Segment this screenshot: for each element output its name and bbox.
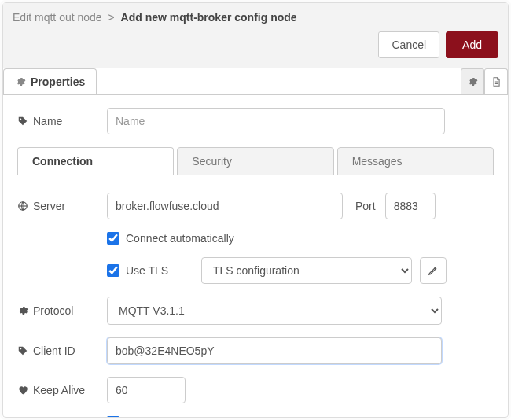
node-docs-button[interactable]	[484, 68, 508, 94]
gear-icon	[17, 305, 28, 316]
subtab-messages[interactable]: Messages	[337, 147, 494, 175]
gear-icon	[467, 76, 478, 87]
breadcrumb: Edit mqtt out node > Add new mqtt-broker…	[13, 9, 498, 24]
keepalive-input[interactable]	[107, 377, 186, 403]
label-port: Port	[355, 200, 376, 212]
use-tls-checkbox[interactable]	[107, 264, 119, 277]
port-input[interactable]	[385, 193, 436, 219]
label-clientid-text: Client ID	[33, 344, 75, 357]
tag-icon	[17, 116, 28, 127]
use-tls-checkbox-wrap[interactable]: Use TLS	[107, 264, 193, 277]
label-clientid: Client ID	[17, 344, 99, 357]
label-keepalive-text: Keep Alive	[33, 384, 85, 396]
label-protocol: Protocol	[17, 304, 99, 317]
label-name-text: Name	[33, 115, 62, 127]
pencil-icon	[428, 265, 439, 276]
row-connect-auto: Connect automatically	[17, 232, 494, 245]
node-settings-button[interactable]	[461, 68, 484, 94]
tls-config-select[interactable]: TLS configuration	[201, 257, 412, 284]
breadcrumb-current: Add new mqtt-broker config node	[121, 11, 297, 24]
clean-session-label: Use clean session	[126, 416, 215, 417]
main-tabs: Properties	[3, 68, 508, 95]
row-name: Name	[17, 108, 494, 134]
subtab-connection[interactable]: Connection	[17, 147, 174, 175]
label-session-text: Session	[33, 416, 72, 417]
tls-edit-button[interactable]	[420, 257, 447, 284]
row-keepalive: Keep Alive	[17, 377, 494, 403]
connect-auto-checkbox-wrap[interactable]: Connect automatically	[107, 232, 234, 245]
row-protocol: Protocol MQTT V3.1.1	[17, 297, 494, 325]
row-session: Session Use clean session	[17, 416, 494, 417]
row-tls: Use TLS TLS configuration	[17, 257, 494, 284]
tab-properties[interactable]: Properties	[3, 68, 97, 94]
clean-session-checkbox[interactable]	[107, 416, 119, 417]
add-button[interactable]: Add	[446, 31, 498, 58]
label-server: Server	[17, 200, 99, 212]
label-session: Session	[17, 416, 99, 417]
header-actions: Cancel Add	[13, 31, 498, 58]
cancel-button[interactable]: Cancel	[378, 31, 439, 58]
server-input[interactable]	[107, 193, 343, 219]
svg-point-2	[20, 119, 22, 120]
row-clientid: Client ID	[17, 337, 494, 364]
label-protocol-text: Protocol	[33, 304, 73, 317]
label-name: Name	[17, 115, 99, 127]
dialog-header: Edit mqtt out node > Add new mqtt-broker…	[3, 3, 508, 68]
clean-session-checkbox-wrap[interactable]: Use clean session	[107, 416, 215, 417]
row-server: Server Port	[17, 193, 494, 219]
tag-icon	[17, 345, 28, 356]
protocol-select[interactable]: MQTT V3.1.1	[107, 297, 442, 325]
document-icon	[491, 76, 502, 87]
gear-icon	[15, 76, 26, 87]
breadcrumb-separator: >	[108, 11, 115, 24]
label-keepalive: Keep Alive	[17, 384, 99, 396]
name-input[interactable]	[107, 108, 445, 134]
svg-point-5	[20, 348, 22, 350]
tab-properties-label: Properties	[31, 76, 85, 88]
properties-panel: Name Connection Security Messages Server…	[3, 95, 508, 417]
connect-auto-checkbox[interactable]	[107, 232, 119, 245]
use-tls-label: Use TLS	[126, 264, 168, 277]
label-server-text: Server	[33, 200, 65, 212]
breadcrumb-parent[interactable]: Edit mqtt out node	[13, 11, 102, 24]
globe-icon	[17, 201, 28, 212]
heartbeat-icon	[17, 385, 28, 396]
connect-auto-label: Connect automatically	[126, 232, 234, 245]
clientid-input[interactable]	[107, 337, 442, 364]
connection-subtabs: Connection Security Messages	[17, 147, 494, 175]
subtab-security[interactable]: Security	[177, 147, 333, 175]
